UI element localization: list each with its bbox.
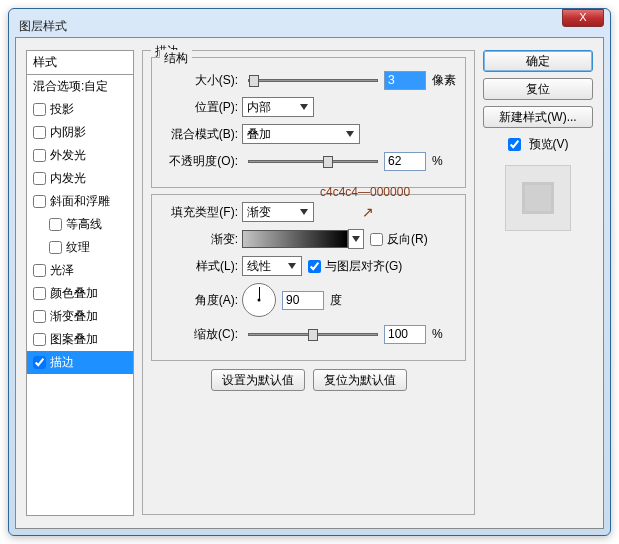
- contour-checkbox[interactable]: [49, 218, 62, 231]
- style-label: 投影: [50, 101, 74, 118]
- chevron-down-icon: [349, 232, 363, 246]
- gradient-picker[interactable]: [242, 230, 348, 248]
- opacity-slider[interactable]: [248, 160, 378, 163]
- pattern-overlay-checkbox[interactable]: [33, 333, 46, 346]
- inner-shadow-checkbox[interactable]: [33, 126, 46, 139]
- preview-thumbnail: [505, 165, 571, 231]
- window-title: 图层样式: [19, 18, 600, 35]
- opacity-row: 不透明度(O): %: [160, 150, 457, 172]
- stroke-checkbox[interactable]: [33, 356, 46, 369]
- blend-mode-label: 混合模式(B):: [160, 126, 242, 143]
- texture-checkbox[interactable]: [49, 241, 62, 254]
- blend-mode-row: 混合模式(B): 叠加: [160, 123, 457, 145]
- style-label: 光泽: [50, 262, 74, 279]
- angle-row: 角度(A): 度: [160, 282, 457, 318]
- scale-row: 缩放(C): %: [160, 323, 457, 345]
- angle-input[interactable]: [282, 291, 324, 310]
- size-slider[interactable]: [248, 79, 378, 82]
- preview-row: 预览(V): [483, 136, 593, 153]
- size-label: 大小(S):: [160, 72, 242, 89]
- style-label: 内阴影: [50, 124, 86, 141]
- bevel-checkbox[interactable]: [33, 195, 46, 208]
- close-button[interactable]: X: [562, 9, 604, 27]
- style-label: 样式(L):: [160, 258, 242, 275]
- style-label: 等高线: [66, 216, 102, 233]
- arrow-annotation-icon: ↗: [362, 204, 374, 220]
- fill-type-select[interactable]: 渐变: [242, 202, 314, 222]
- blend-options-item[interactable]: 混合选项:自定: [27, 75, 133, 98]
- inner-glow-checkbox[interactable]: [33, 172, 46, 185]
- style-select[interactable]: 线性: [242, 256, 302, 276]
- angle-dial[interactable]: [242, 283, 276, 317]
- style-row: 样式(L): 线性 与图层对齐(G): [160, 255, 457, 277]
- scale-unit: %: [432, 327, 443, 341]
- titlebar: 图层样式 X: [15, 15, 604, 37]
- styles-header[interactable]: 样式: [27, 51, 133, 75]
- styles-list: 样式 混合选项:自定 投影 内阴影 外发光 内发光 斜面和浮雕 等高线 纹理 光…: [26, 50, 134, 516]
- size-input[interactable]: [384, 71, 426, 90]
- scale-input[interactable]: [384, 325, 426, 344]
- right-panel: 确定 复位 新建样式(W)... 预览(V): [483, 50, 593, 516]
- style-item-gradient-overlay[interactable]: 渐变叠加: [27, 305, 133, 328]
- style-item-color-overlay[interactable]: 颜色叠加: [27, 282, 133, 305]
- align-checkbox[interactable]: [308, 260, 321, 273]
- style-label: 渐变叠加: [50, 308, 98, 325]
- color-overlay-checkbox[interactable]: [33, 287, 46, 300]
- blend-mode-select[interactable]: 叠加: [242, 124, 360, 144]
- style-item-inner-glow[interactable]: 内发光: [27, 167, 133, 190]
- fill-type-row: 填充类型(F): 渐变 ↗: [160, 201, 457, 223]
- style-item-inner-shadow[interactable]: 内阴影: [27, 121, 133, 144]
- reset-default-button[interactable]: 复位为默认值: [313, 369, 407, 391]
- layer-style-dialog: 图层样式 X 样式 混合选项:自定 投影 内阴影 外发光 内发光 斜面和浮雕 等…: [8, 8, 611, 536]
- position-select[interactable]: 内部: [242, 97, 314, 117]
- style-label: 外发光: [50, 147, 86, 164]
- size-row: 大小(S): 像素: [160, 69, 457, 91]
- outer-glow-checkbox[interactable]: [33, 149, 46, 162]
- preview-inner: [525, 185, 551, 211]
- gradient-label: 渐变:: [160, 231, 242, 248]
- reset-button[interactable]: 复位: [483, 78, 593, 100]
- fill-group: 填充类型(F): 渐变 ↗ c4c4c4—000000 渐变: 反向(R): [151, 194, 466, 361]
- angle-unit: 度: [330, 292, 342, 309]
- chevron-down-icon: [297, 100, 311, 114]
- new-style-button[interactable]: 新建样式(W)...: [483, 106, 593, 128]
- default-buttons-row: 设置为默认值 复位为默认值: [151, 369, 466, 391]
- gradient-dropdown[interactable]: [348, 229, 364, 249]
- style-label: 颜色叠加: [50, 285, 98, 302]
- stroke-panel: 描边 结构 大小(S): 像素 位置(P): 内部: [142, 50, 475, 516]
- style-item-satin[interactable]: 光泽: [27, 259, 133, 282]
- style-value: 线性: [247, 258, 271, 275]
- position-value: 内部: [247, 99, 271, 116]
- blend-mode-value: 叠加: [247, 126, 271, 143]
- drop-shadow-checkbox[interactable]: [33, 103, 46, 116]
- style-item-outer-glow[interactable]: 外发光: [27, 144, 133, 167]
- style-item-stroke[interactable]: 描边: [27, 351, 133, 374]
- ok-button[interactable]: 确定: [483, 50, 593, 72]
- opacity-label: 不透明度(O):: [160, 153, 242, 170]
- structure-title: 结构: [160, 50, 192, 67]
- style-item-pattern-overlay[interactable]: 图案叠加: [27, 328, 133, 351]
- fill-type-label: 填充类型(F):: [160, 204, 242, 221]
- gradient-overlay-checkbox[interactable]: [33, 310, 46, 323]
- blend-options-label: 混合选项:自定: [33, 78, 108, 95]
- satin-checkbox[interactable]: [33, 264, 46, 277]
- stroke-group: 描边 结构 大小(S): 像素 位置(P): 内部: [142, 50, 475, 515]
- scale-slider[interactable]: [248, 333, 378, 336]
- style-label: 内发光: [50, 170, 86, 187]
- dialog-content: 样式 混合选项:自定 投影 内阴影 外发光 内发光 斜面和浮雕 等高线 纹理 光…: [15, 37, 604, 529]
- set-default-button[interactable]: 设置为默认值: [211, 369, 305, 391]
- style-item-contour[interactable]: 等高线: [27, 213, 133, 236]
- preview-checkbox[interactable]: [508, 138, 521, 151]
- reverse-checkbox[interactable]: [370, 233, 383, 246]
- style-item-bevel[interactable]: 斜面和浮雕: [27, 190, 133, 213]
- structure-group: 结构 大小(S): 像素 位置(P): 内部: [151, 57, 466, 188]
- style-label: 图案叠加: [50, 331, 98, 348]
- opacity-input[interactable]: [384, 152, 426, 171]
- chevron-down-icon: [297, 205, 311, 219]
- size-unit: 像素: [432, 72, 456, 89]
- style-item-drop-shadow[interactable]: 投影: [27, 98, 133, 121]
- position-row: 位置(P): 内部: [160, 96, 457, 118]
- preview-label: 预览(V): [529, 136, 569, 153]
- gradient-row: 渐变: 反向(R): [160, 228, 457, 250]
- style-item-texture[interactable]: 纹理: [27, 236, 133, 259]
